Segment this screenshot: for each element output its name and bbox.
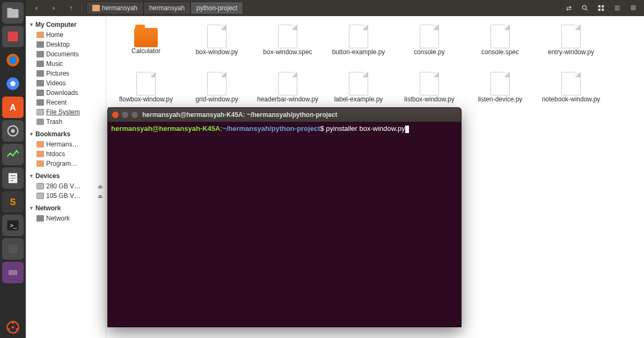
file-item[interactable]: listen-device.py xyxy=(465,70,536,117)
nav-up-button[interactable]: ↑ xyxy=(64,2,77,14)
sidebar-item[interactable]: Documents xyxy=(28,49,104,59)
toggle-location-icon[interactable]: ⇄ xyxy=(562,2,575,14)
file-label: listbox-window.py xyxy=(404,95,454,103)
document-icon xyxy=(561,72,581,95)
svg-point-6 xyxy=(10,81,15,86)
folder-icon xyxy=(36,61,44,67)
sidebar-section-title: Network xyxy=(35,204,61,212)
sidebar-section-title: My Computer xyxy=(35,21,77,28)
folder-icon xyxy=(36,51,44,57)
sidebar-item[interactable]: Trash xyxy=(28,117,104,127)
launcher-editor-icon[interactable] xyxy=(2,167,24,189)
breadcrumb-item[interactable]: hermansyah xyxy=(143,2,191,14)
folder-icon xyxy=(36,80,44,86)
sidebar-item[interactable]: Hermans… xyxy=(28,139,104,149)
prompt-path: ~/hermansyah/python-project xyxy=(222,124,320,133)
sidebar-item-label: Program… xyxy=(46,160,77,167)
launcher-software-icon[interactable]: A xyxy=(2,97,24,118)
sidebar-item[interactable]: File System xyxy=(28,107,104,117)
sidebar-item[interactable]: Network xyxy=(28,214,104,223)
launcher-sublime-icon[interactable]: S xyxy=(2,191,24,212)
sidebar-item[interactable]: htdocs xyxy=(28,149,104,159)
terminal-titlebar[interactable]: hermansyah@hermansyah-K45A: ~/hermansyah… xyxy=(108,108,461,122)
prompt-user: hermansyah@hermansyah-K45A xyxy=(111,124,220,133)
launcher-monitor-icon[interactable] xyxy=(2,144,24,165)
svg-rect-22 xyxy=(598,5,601,8)
file-label: listen-device.py xyxy=(478,95,523,103)
sidebar-item-label: Trash xyxy=(46,118,62,126)
view-icons-icon[interactable] xyxy=(595,2,608,14)
view-list-icon[interactable] xyxy=(611,2,624,14)
document-icon xyxy=(420,25,439,48)
launcher-settings-icon[interactable] xyxy=(2,120,24,142)
sidebar-item[interactable]: Program… xyxy=(28,159,104,168)
unity-launcher: A S >_ xyxy=(0,0,26,338)
sidebar: ▼My ComputerHomeDesktopDocumentsMusicPic… xyxy=(26,16,106,338)
chevron-down-icon: ▼ xyxy=(29,173,34,179)
terminal-cursor xyxy=(405,126,409,133)
prompt-dollar: $ xyxy=(320,124,326,133)
svg-text:>_: >_ xyxy=(10,222,17,229)
nav-forward-button[interactable]: › xyxy=(47,2,60,14)
svg-point-4 xyxy=(9,56,17,64)
terminal-body[interactable]: hermansyah@hermansyah-K45A:~/hermansyah/… xyxy=(108,122,461,136)
eject-icon[interactable]: ⏏ xyxy=(98,193,103,199)
sidebar-item[interactable]: 105 GB V…⏏ xyxy=(28,191,104,201)
chevron-down-icon: ▼ xyxy=(29,205,34,211)
file-item[interactable]: entry-window.py xyxy=(536,23,606,70)
view-compact-icon[interactable] xyxy=(627,2,640,14)
file-item[interactable]: box-window.spec xyxy=(252,23,323,70)
file-item[interactable]: button-example.py xyxy=(323,23,394,70)
file-item[interactable]: notebook-window.py xyxy=(536,70,606,117)
file-label: flowbox-window.py xyxy=(119,95,173,103)
svg-rect-1 xyxy=(8,8,12,11)
document-icon xyxy=(420,72,439,95)
search-icon[interactable] xyxy=(579,2,591,14)
launcher-dash-icon[interactable] xyxy=(2,317,24,338)
launcher-terminal-icon[interactable]: >_ xyxy=(2,215,24,236)
folder-icon xyxy=(36,70,44,77)
breadcrumb-item[interactable]: python-project xyxy=(191,2,243,14)
folder-item[interactable]: Calculator xyxy=(111,23,181,70)
launcher-item-icon[interactable] xyxy=(2,26,24,47)
sidebar-item[interactable]: 280 GB V…⏏ xyxy=(28,181,104,191)
launcher-item-purple-icon[interactable] xyxy=(2,262,24,283)
sidebar-item[interactable]: Desktop xyxy=(28,40,104,49)
sidebar-section-header[interactable]: ▼Network xyxy=(28,203,104,214)
sidebar-item[interactable]: Videos xyxy=(28,78,104,88)
nav-back-button[interactable]: ‹ xyxy=(30,2,43,14)
eject-icon[interactable]: ⏏ xyxy=(98,183,103,189)
file-item[interactable]: console.spec xyxy=(465,23,536,70)
orange-icon xyxy=(36,141,44,148)
minimize-button[interactable] xyxy=(122,112,128,118)
sidebar-item[interactable]: Home xyxy=(28,30,104,40)
sidebar-section-header[interactable]: ▼Bookmarks xyxy=(28,129,104,139)
sidebar-item-label: Hermans… xyxy=(46,141,79,148)
file-item[interactable]: box-window.py xyxy=(181,23,252,70)
crumb-label: python-project xyxy=(196,4,237,12)
sidebar-item[interactable]: Recent xyxy=(28,98,104,107)
sidebar-section-header[interactable]: ▼My Computer xyxy=(28,19,104,30)
folder-icon xyxy=(134,28,158,47)
terminal-window[interactable]: hermansyah@hermansyah-K45A: ~/hermansyah… xyxy=(107,107,462,327)
document-icon xyxy=(349,72,368,95)
sidebar-item[interactable]: Downloads xyxy=(28,88,104,98)
launcher-item-generic-icon[interactable] xyxy=(2,238,24,260)
launcher-chrome-icon[interactable] xyxy=(2,73,24,94)
sidebar-item[interactable]: Pictures xyxy=(28,69,104,78)
launcher-files-icon[interactable] xyxy=(2,2,24,24)
svg-rect-2 xyxy=(8,32,18,42)
close-button[interactable] xyxy=(112,112,119,118)
sidebar-item-label: Downloads xyxy=(46,89,78,97)
home-icon xyxy=(92,5,100,11)
breadcrumb-item[interactable]: hermansyah xyxy=(86,2,143,14)
folder-icon xyxy=(36,99,44,106)
toolbar-right: ⇄ xyxy=(562,2,640,14)
trash-icon xyxy=(36,119,44,125)
sidebar-section-header[interactable]: ▼Devices xyxy=(28,171,104,181)
terminal-command: pyinstaller box-window.py xyxy=(326,124,405,133)
maximize-button[interactable] xyxy=(131,112,138,118)
sidebar-item[interactable]: Music xyxy=(28,59,104,69)
file-item[interactable]: console.py xyxy=(394,23,465,70)
launcher-firefox-icon[interactable] xyxy=(2,49,24,71)
